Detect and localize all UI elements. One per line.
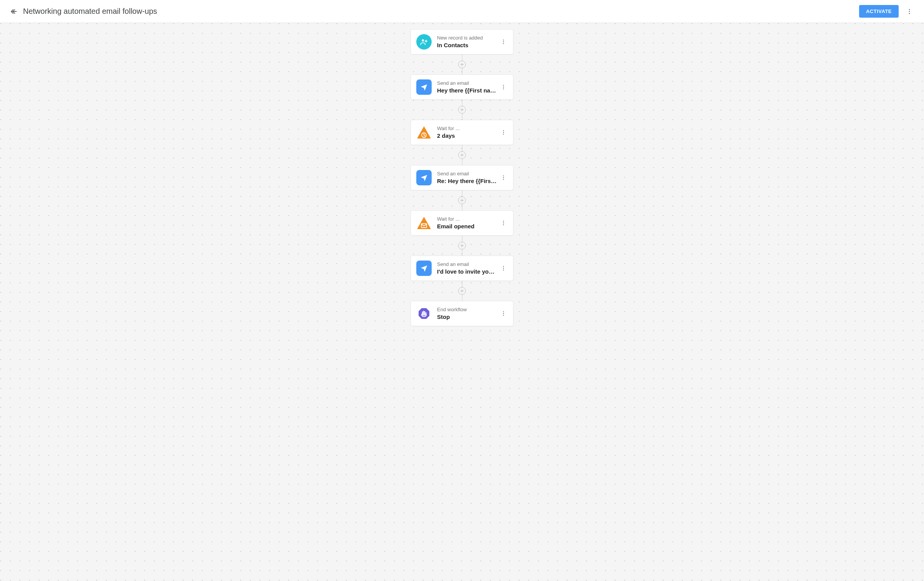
more-vertical-icon [500, 129, 507, 135]
workflow-node-wait[interactable]: Wait for ... 2 days [411, 120, 513, 145]
connector [458, 281, 466, 301]
add-step-button[interactable] [458, 287, 466, 295]
svg-point-26 [503, 175, 504, 176]
node-type-label: New record is added [437, 35, 498, 41]
workflow-node-stop[interactable]: End workflow Stop [411, 301, 513, 326]
svg-point-32 [503, 221, 504, 221]
plus-icon [460, 198, 464, 203]
node-text: Send an email Hey there {{First name… [437, 80, 498, 94]
workflow-node-wait[interactable]: Wait for ... Email opened [411, 210, 513, 236]
connector [458, 236, 466, 256]
send-icon [416, 79, 432, 95]
svg-point-4 [909, 13, 910, 14]
svg-point-45 [503, 315, 504, 315]
svg-point-2 [909, 9, 910, 10]
node-text: Wait for ... 2 days [437, 125, 498, 140]
node-type-label: Send an email [437, 170, 498, 177]
add-step-button[interactable] [458, 242, 466, 249]
svg-point-5 [422, 39, 424, 41]
svg-point-43 [503, 311, 504, 312]
add-step-button[interactable] [458, 151, 466, 159]
node-title: Email opened [437, 223, 498, 230]
connector [458, 100, 466, 120]
svg-point-37 [503, 266, 504, 267]
add-step-button[interactable] [458, 106, 466, 114]
send-icon [416, 261, 432, 276]
node-type-label: Wait for ... [437, 216, 498, 223]
svg-point-14 [503, 87, 504, 87]
connector [458, 145, 466, 165]
more-vertical-icon [500, 175, 507, 181]
node-more-button[interactable] [498, 36, 509, 48]
plus-icon [460, 243, 464, 248]
workflow-node-send-email[interactable]: Send an email Hey there {{First name… [411, 74, 513, 100]
plus-icon [460, 107, 464, 112]
svg-point-3 [909, 11, 910, 12]
node-more-button[interactable] [498, 81, 509, 93]
svg-point-9 [503, 41, 504, 42]
node-more-button[interactable] [498, 262, 509, 274]
more-vertical-icon [906, 8, 913, 15]
plus-icon [460, 289, 464, 293]
node-title: Re: Hey there {{First n… [437, 177, 498, 185]
node-text: Send an email Re: Hey there {{First n… [437, 170, 498, 185]
svg-point-33 [503, 223, 504, 223]
svg-point-13 [503, 85, 504, 86]
svg-point-27 [503, 177, 504, 178]
header-more-button[interactable] [903, 5, 916, 18]
node-title: Hey there {{First name… [437, 87, 498, 94]
node-title: Stop [437, 313, 498, 321]
svg-point-22 [503, 132, 504, 133]
node-more-button[interactable] [498, 127, 509, 138]
svg-point-44 [503, 313, 504, 314]
wait-clock-icon [416, 125, 432, 140]
more-vertical-icon [500, 84, 507, 90]
node-type-label: Send an email [437, 80, 498, 87]
svg-point-23 [503, 134, 504, 134]
back-button[interactable] [8, 6, 19, 17]
activate-button[interactable]: ACTIVATE [859, 5, 899, 18]
more-vertical-icon [500, 310, 507, 317]
wait-mail-icon [416, 215, 432, 231]
page-title: Networking automated email follow-ups [23, 7, 859, 16]
svg-point-38 [503, 268, 504, 269]
svg-point-15 [503, 88, 504, 89]
node-more-button[interactable] [498, 308, 509, 319]
connector [458, 54, 466, 74]
header: Networking automated email follow-ups AC… [0, 0, 924, 23]
connector [458, 190, 466, 210]
node-type-label: Wait for ... [437, 125, 498, 132]
node-text: New record is added In Contacts [437, 35, 498, 49]
send-icon [416, 170, 432, 185]
node-more-button[interactable] [498, 217, 509, 229]
svg-point-8 [503, 40, 504, 40]
svg-point-28 [503, 179, 504, 180]
node-title: 2 days [437, 132, 498, 140]
svg-point-21 [503, 130, 504, 131]
workflow-node-send-email[interactable]: Send an email Re: Hey there {{First n… [411, 165, 513, 190]
plus-icon [460, 153, 464, 157]
workflow-node-trigger[interactable]: New record is added In Contacts [411, 29, 513, 54]
svg-point-34 [503, 224, 504, 225]
node-type-label: End workflow [437, 306, 498, 313]
person-add-icon [416, 34, 432, 50]
node-type-label: Send an email [437, 261, 498, 268]
workflow-canvas[interactable]: New record is added In Contacts Send an … [0, 23, 924, 581]
more-vertical-icon [500, 39, 507, 45]
add-step-button[interactable] [458, 61, 466, 68]
svg-point-10 [503, 43, 504, 44]
node-title: I'd love to invite you to… [437, 268, 498, 276]
more-vertical-icon [500, 265, 507, 271]
node-text: End workflow Stop [437, 306, 498, 321]
node-title: In Contacts [437, 41, 498, 49]
plus-icon [460, 62, 464, 67]
stop-icon [416, 306, 432, 321]
node-text: Send an email I'd love to invite you to… [437, 261, 498, 276]
workflow-node-send-email[interactable]: Send an email I'd love to invite you to… [411, 256, 513, 281]
add-step-button[interactable] [458, 196, 466, 204]
more-vertical-icon [500, 220, 507, 226]
node-more-button[interactable] [498, 172, 509, 183]
node-text: Wait for ... Email opened [437, 216, 498, 230]
svg-point-39 [503, 269, 504, 270]
